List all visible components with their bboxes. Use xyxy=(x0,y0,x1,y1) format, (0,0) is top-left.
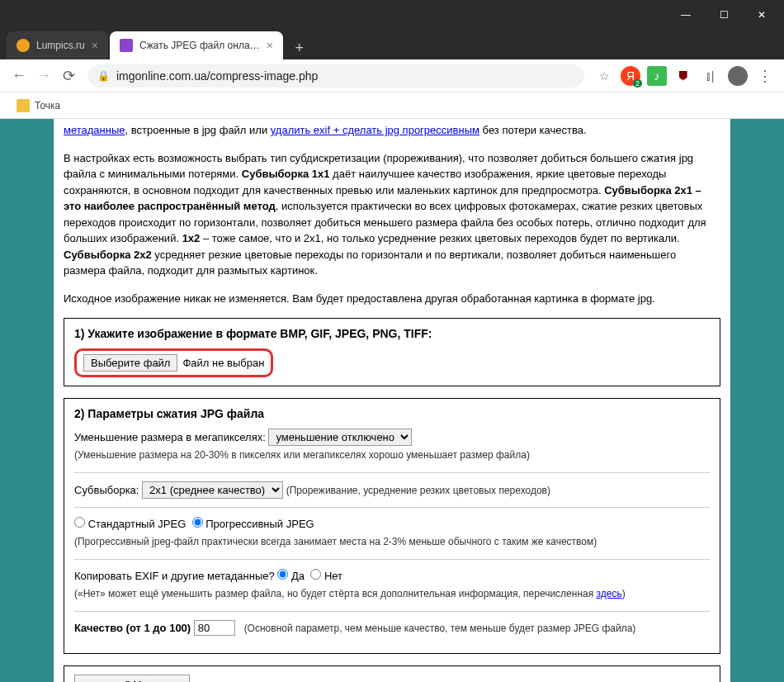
divider xyxy=(74,472,710,473)
folder-icon xyxy=(17,99,30,112)
radio-exif-yes[interactable] xyxy=(277,569,288,580)
row-jpeg-type: Стандартный JPEG Прогрессивный JPEG (Про… xyxy=(74,516,710,551)
page-content: метаданные, встроенные в jpg файл или уд… xyxy=(54,119,730,682)
label-quality: Качество (от 1 до 100) xyxy=(74,622,194,634)
note-text: Исходное изображение никак не изменяется… xyxy=(64,291,720,307)
forward-button[interactable]: → xyxy=(31,64,56,88)
yandex-ext-icon[interactable]: Я2 xyxy=(621,66,640,86)
section-submit: OK Обработка обычно длится 0.5-20 секунд… xyxy=(64,665,720,682)
menu-button[interactable]: ⋮ xyxy=(753,64,777,88)
tab-title: Сжать JPEG файл онлайн - IMG xyxy=(139,40,260,51)
tab-lumpics[interactable]: Lumpics.ru × xyxy=(7,31,108,59)
label-megapixels: Уменьшение размера в мегапикселях: xyxy=(74,431,268,443)
lock-icon: 🔒 xyxy=(97,70,110,82)
url-text: imgonline.com.ua/compress-image.php xyxy=(116,69,318,83)
divider xyxy=(74,559,710,560)
link-here[interactable]: здесь xyxy=(597,588,622,599)
note-subsampling: (Прореживание, усреднение резких цветовы… xyxy=(286,485,550,496)
link-metadata[interactable]: метаданные xyxy=(64,124,125,136)
bookmark-item[interactable]: Точка xyxy=(10,96,67,116)
avatar[interactable] xyxy=(728,66,748,86)
row-subsampling: Субвыборка: 2x1 (среднее качество) (Прор… xyxy=(74,481,710,500)
section-params: 2) Параметры сжатия JPG файла Уменьшение… xyxy=(64,398,720,654)
subsampling-description: В настройках есть возможность выбрать ти… xyxy=(64,150,720,279)
tab-title: Lumpics.ru xyxy=(36,40,85,51)
file-status: Файл не выбран xyxy=(182,357,264,369)
tab-favicon xyxy=(17,39,30,52)
section-upload: 1) Укажите изображение в формате BMP, GI… xyxy=(64,318,720,386)
note-quality: (Основной параметр, чем меньше качество,… xyxy=(244,623,636,634)
reading-list-icon[interactable]: ⫿| xyxy=(700,66,720,86)
link-remove-exif[interactable]: удалить exif + сделать jpg прогрессивным xyxy=(271,124,479,136)
label-no: Нет xyxy=(324,570,342,582)
new-tab-button[interactable]: + xyxy=(288,36,311,59)
ublock-ext-icon[interactable]: ⛊ xyxy=(673,66,693,86)
row-quality: Качество (от 1 до 100) (Основной парамет… xyxy=(74,620,710,637)
reload-button[interactable]: ⟳ xyxy=(56,64,81,88)
ok-button[interactable]: OK xyxy=(74,675,190,682)
url-input[interactable]: 🔒 imgonline.com.ua/compress-image.php xyxy=(87,64,584,88)
radio-exif-no[interactable] xyxy=(310,569,321,580)
file-input-highlight: Выберите файл Файл не выбран xyxy=(74,348,273,377)
radio-standard-jpeg[interactable] xyxy=(74,517,85,528)
section-title: 1) Укажите изображение в формате BMP, GI… xyxy=(74,327,710,340)
tab-imgonline[interactable]: Сжать JPEG файл онлайн - IMG × xyxy=(110,31,283,59)
input-quality[interactable] xyxy=(194,620,235,636)
radio-progressive-jpeg[interactable] xyxy=(192,517,203,528)
label-yes: Да xyxy=(291,570,305,582)
note-jpeg-type: (Прогрессивный jpeg-файл практически все… xyxy=(74,536,597,547)
label-progressive-jpeg: Прогрессивный JPEG xyxy=(205,518,314,530)
tab-favicon xyxy=(120,39,133,52)
row-exif: Копировать EXIF и другие метаданные? Да … xyxy=(74,568,710,603)
label-standard-jpeg: Стандартный JPEG xyxy=(88,518,187,530)
label-exif: Копировать EXIF и другие метаданные? xyxy=(74,570,277,582)
bookmarks-bar: Точка xyxy=(0,92,784,119)
select-megapixels[interactable]: уменьшение отключено xyxy=(268,429,412,446)
label-subsampling: Субвыборка: xyxy=(74,484,142,496)
back-button[interactable]: ← xyxy=(7,64,31,88)
intro-text: метаданные, встроенные в jpg файл или уд… xyxy=(64,119,720,142)
music-ext-icon[interactable]: ♪ xyxy=(647,66,667,86)
close-icon[interactable]: × xyxy=(267,39,273,52)
note-exif: («Нет» может ещё уменьшить размер файла,… xyxy=(74,588,626,599)
bookmark-label: Точка xyxy=(35,100,60,111)
window-maximize[interactable]: ☐ xyxy=(705,2,743,28)
address-bar: ← → ⟳ 🔒 imgonline.com.ua/compress-image.… xyxy=(0,59,784,92)
window-close[interactable]: ✕ xyxy=(743,2,781,28)
row-megapixels: Уменьшение размера в мегапикселях: умень… xyxy=(74,429,710,464)
select-subsampling[interactable]: 2x1 (среднее качество) xyxy=(142,481,283,499)
window-titlebar: — ☐ ✕ xyxy=(0,0,784,30)
star-icon[interactable]: ☆ xyxy=(594,66,614,86)
close-icon[interactable]: × xyxy=(92,39,98,52)
choose-file-button[interactable]: Выберите файл xyxy=(83,354,177,372)
section-title: 2) Параметры сжатия JPG файла xyxy=(74,407,710,420)
divider xyxy=(74,507,710,508)
browser-tabs: Lumpics.ru × Сжать JPEG файл онлайн - IM… xyxy=(0,30,784,59)
divider xyxy=(74,611,710,612)
page-viewport[interactable]: метаданные, встроенные в jpg файл или уд… xyxy=(0,119,784,682)
window-minimize[interactable]: — xyxy=(667,2,705,28)
note-megapixels: (Уменьшение размера на 20-30% в пикселях… xyxy=(74,449,530,461)
